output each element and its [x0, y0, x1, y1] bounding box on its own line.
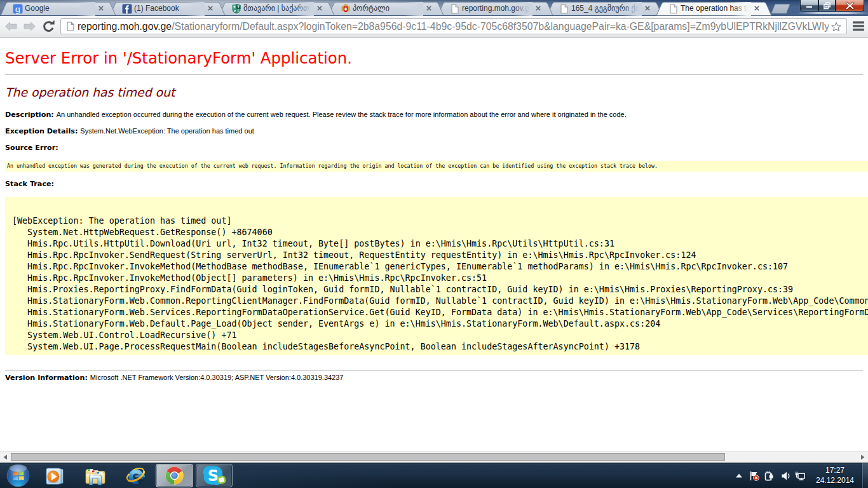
web-page: Server Error in '/StationaryForm' Applic… [0, 37, 868, 451]
exception-text: System.Net.WebException: The operation h… [80, 127, 254, 135]
error-subtitle: The operation has timed out [5, 86, 175, 98]
clock-time: 17:27 [812, 465, 858, 475]
tab-6[interactable]: 165_4 გეგმიური ქირურგიული [553, 2, 656, 16]
divider [5, 74, 863, 75]
source-error-text: An unhandled exception was generated dur… [7, 163, 658, 169]
media-player-taskbar-icon[interactable] [46, 468, 64, 485]
new-tab-button[interactable] [771, 4, 790, 14]
windows-taskbar: S [0, 463, 868, 488]
chrome-menu-button[interactable] [852, 21, 865, 32]
tab-7[interactable]: The operation has timed out [662, 2, 766, 16]
start-button[interactable] [6, 464, 30, 487]
exception-label: Exception Details: [5, 127, 80, 135]
tray-volume[interactable] [781, 463, 791, 488]
description-label: Description: [5, 111, 57, 119]
tab-close-icon[interactable] [98, 5, 104, 11]
tab-close-icon[interactable] [754, 5, 760, 11]
description-text: An unhandled exception occurred during t… [57, 111, 627, 118]
action-center-flag-icon [749, 471, 759, 481]
screen: gGoogle(1) Facebookმთავარი | საქართველოს… [0, 0, 868, 488]
maximize-button[interactable] [818, 0, 836, 11]
internet-explorer-icon [126, 466, 147, 487]
scroll-left-button[interactable] [0, 452, 11, 462]
reload-button[interactable] [39, 16, 57, 37]
address-bar[interactable]: reporting.moh.gov.ge/Stationaryform/Defa… [60, 18, 847, 34]
page-favicon [559, 4, 569, 14]
error-title: Server Error in '/StationaryForm' Applic… [5, 51, 352, 66]
tab-2[interactable]: (1) Facebook [116, 2, 219, 16]
exception-line: Exception Details: System.Net.WebExcepti… [5, 127, 254, 135]
clock-date: 24.12.2014 [812, 475, 858, 485]
scroll-right-arrow-icon [860, 454, 865, 460]
show-hidden-icons-icon [734, 471, 744, 481]
browser-toolbar: reporting.moh.gov.ge/Stationaryform/Defa… [0, 16, 868, 37]
google-favicon: g [13, 4, 23, 14]
chrome-taskbar-button[interactable] [156, 464, 193, 487]
tab-4[interactable]: პორტალი [334, 2, 438, 16]
tab-5[interactable]: reporting.moh.gov.ge [444, 2, 547, 16]
georgia-emblem-favicon [341, 4, 351, 14]
tray-network[interactable] [795, 463, 805, 488]
back-button[interactable] [3, 16, 20, 37]
tab-title: Google [25, 4, 95, 13]
bookmark-star-icon[interactable] [831, 22, 841, 32]
power-plug-icon [764, 471, 775, 481]
tray-action-center[interactable] [749, 463, 759, 488]
forward-icon [20, 16, 38, 37]
tab-close-icon[interactable] [316, 5, 323, 11]
stack-trace-line: Stack Trace: [5, 180, 54, 188]
minimize-icon [801, 0, 818, 11]
internet-explorer-taskbar-icon[interactable] [126, 466, 147, 487]
minimize-button[interactable] [800, 0, 818, 11]
health-shield-favicon [231, 4, 241, 14]
description-line: Description: An unhandled exception occu… [5, 111, 627, 119]
forward-button[interactable] [20, 16, 38, 37]
tab-strip: gGoogle(1) Facebookმთავარი | საქართველოს… [0, 0, 868, 16]
source-error-line: Source Error: [5, 144, 58, 152]
glass-shine [797, 12, 868, 14]
tab-close-icon[interactable] [644, 5, 651, 11]
tray-chevron[interactable] [734, 463, 744, 488]
tab-title: (1) Facebook [134, 4, 205, 13]
skype-logo-icon: S [196, 464, 232, 487]
windows-explorer-icon [85, 467, 106, 485]
source-error-label: Source Error: [5, 144, 58, 152]
version-label: Version Information: [5, 374, 90, 382]
scrollbar-thumb[interactable] [11, 453, 725, 461]
url-path: /Stationaryform/Default.aspx?loginToken=… [172, 21, 829, 32]
tab-close-icon[interactable] [207, 5, 214, 11]
svg-text:g: g [15, 4, 21, 14]
hamburger-menu-icon [852, 21, 865, 32]
tab-close-icon[interactable] [535, 5, 541, 11]
tab-title: reporting.moh.gov.ge [462, 4, 532, 13]
stack-trace-box: [WebException: The operation has timed o… [5, 197, 868, 355]
windows-media-player-icon [46, 468, 64, 485]
scroll-right-button[interactable] [857, 452, 868, 462]
tab-3[interactable]: მთავარი | საქართველოს [225, 2, 329, 16]
version-text: Microsoft .NET Framework Version:4.0.303… [90, 374, 344, 381]
reload-icon [39, 16, 57, 37]
page-icon [67, 22, 74, 31]
show-desktop-button[interactable] [862, 463, 868, 488]
facebook-favicon [122, 4, 132, 14]
speaker-icon [781, 471, 791, 481]
tab-title: მთავარი | საქართველოს [243, 4, 314, 13]
back-icon [3, 16, 20, 37]
explorer-taskbar-icon[interactable] [85, 467, 106, 485]
horizontal-scrollbar[interactable] [0, 451, 868, 462]
tab-title: პორტალი [353, 4, 423, 13]
windows-start-orb-icon [6, 464, 30, 487]
network-icon [795, 471, 805, 481]
divider [5, 370, 863, 371]
close-icon [836, 0, 864, 11]
page-favicon [668, 4, 679, 14]
taskbar-clock[interactable]: 17:27 24.12.2014 [812, 465, 858, 487]
tab-close-icon[interactable] [426, 5, 432, 11]
skype-taskbar-button[interactable]: S [196, 464, 233, 487]
stack-trace-label: Stack Trace: [5, 180, 54, 188]
tab-title: 165_4 გეგმიური ქირურგიული [571, 4, 642, 13]
close-button[interactable] [836, 0, 864, 11]
url-text[interactable]: reporting.moh.gov.ge/Stationaryform/Defa… [78, 21, 829, 32]
tray-power[interactable] [764, 463, 775, 488]
tab-1[interactable]: gGoogle [6, 2, 110, 16]
